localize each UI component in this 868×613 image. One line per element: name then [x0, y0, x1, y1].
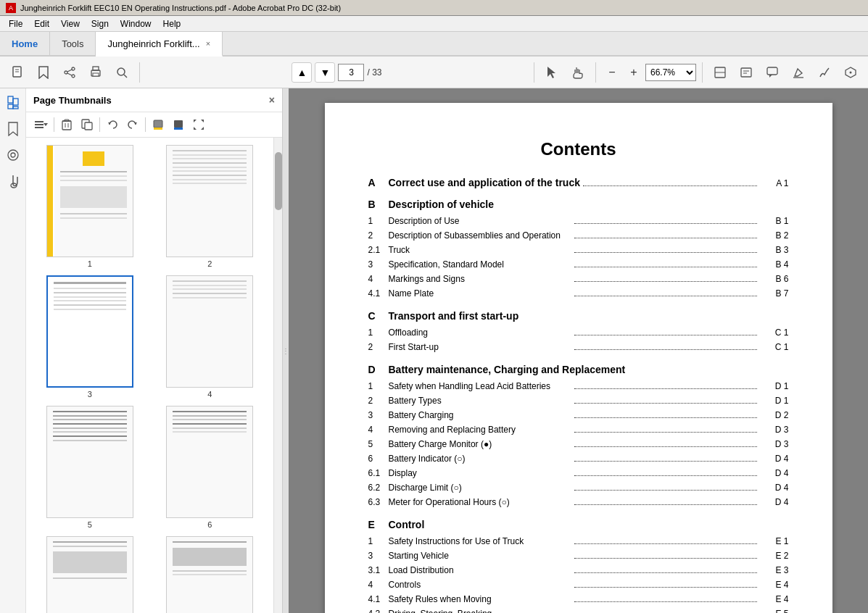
comment-btn[interactable]: [761, 61, 784, 84]
svg-marker-3: [39, 67, 48, 78]
next-page-btn[interactable]: ▼: [315, 62, 335, 83]
thumbnail-3[interactable]: 3: [33, 275, 146, 399]
svg-point-12: [117, 68, 125, 75]
tab-tools[interactable]: Tools: [50, 32, 96, 55]
resize-handle[interactable]: ⋮: [283, 88, 289, 613]
form-btn[interactable]: [735, 61, 758, 84]
page-input[interactable]: [338, 64, 364, 81]
toc-row: 2Description of Subassemblies and Operat…: [368, 229, 789, 242]
thumbnails-close-btn[interactable]: ×: [269, 94, 275, 106]
separator-1: [139, 62, 140, 83]
svg-point-31: [11, 153, 15, 157]
svg-rect-37: [62, 121, 71, 130]
tab-document[interactable]: Jungheinrich Forklift... ×: [96, 32, 223, 57]
nav-section: ▲ ▼ / 33: [292, 62, 381, 83]
thumbnail-5[interactable]: 5: [33, 406, 146, 529]
thumbnail-2[interactable]: 2: [154, 145, 267, 268]
thumbnails-grid: 1: [26, 138, 273, 613]
fit-page-btn[interactable]: [708, 61, 732, 84]
toc-row: 3Battery ChargingD 2: [368, 409, 789, 422]
thumbnail-4[interactable]: 4: [154, 275, 267, 399]
new-document-btn[interactable]: [6, 61, 29, 84]
menu-file[interactable]: File: [3, 17, 28, 30]
more-tools-btn[interactable]: [839, 61, 862, 84]
zoom-out-btn[interactable]: −: [602, 62, 622, 83]
svg-rect-47: [154, 128, 162, 130]
thumb-label-3: 3: [88, 390, 92, 399]
sidebar-icon-attach[interactable]: [4, 172, 22, 190]
toc-letter-B: B: [368, 199, 389, 210]
svg-line-7: [67, 70, 72, 72]
sidebar-icon-tools[interactable]: [4, 146, 22, 164]
toc-row: 6.1DisplayD 4: [368, 467, 789, 480]
toc-letter-A: A: [368, 177, 389, 188]
sidebar-icon-pages[interactable]: [4, 94, 22, 112]
menubar: File Edit View Sign Window Help: [0, 16, 868, 32]
svg-line-13: [124, 75, 127, 78]
hand-tool-btn[interactable]: [566, 61, 590, 84]
toc-row: 4.1Safety Rules when MovingE 4: [368, 593, 789, 606]
svg-marker-36: [44, 123, 48, 126]
tab-close-btn[interactable]: ×: [206, 39, 210, 48]
thumb-rotate-ccw-btn[interactable]: [103, 115, 122, 134]
menu-window[interactable]: Window: [115, 17, 157, 30]
separator-3: [595, 62, 596, 83]
sidebar-icon-bookmarks[interactable]: [4, 120, 22, 138]
prev-page-btn[interactable]: ▲: [292, 62, 312, 83]
svg-marker-14: [547, 67, 555, 78]
tab-document-label: Jungheinrich Forklift...: [107, 38, 199, 49]
svg-marker-50: [194, 120, 197, 122]
pdf-content-area[interactable]: Contents A Correct use and application o…: [289, 88, 868, 613]
thumb-menu-btn[interactable]: [32, 115, 51, 134]
thumb-sep-3: [145, 117, 146, 132]
menu-help[interactable]: Help: [157, 17, 187, 30]
bookmark-btn[interactable]: [32, 61, 55, 84]
toc-title: Contents: [368, 139, 789, 159]
thumb-label-5: 5: [88, 520, 92, 529]
toc-section-C: C Transport and first start-up: [368, 310, 789, 322]
svg-marker-52: [194, 127, 197, 130]
toc-row: 1Safety when Handling Lead Acid Batterie…: [368, 380, 789, 393]
menu-view[interactable]: View: [55, 17, 86, 30]
share-btn[interactable]: [58, 61, 81, 84]
thumbnails-title: Page Thumbnails: [33, 95, 112, 106]
separator-2: [534, 62, 534, 83]
thumb-delete-btn[interactable]: [57, 115, 76, 134]
thumbnail-6[interactable]: 6: [154, 406, 267, 529]
svg-rect-11: [93, 73, 99, 76]
sidebar-icons: [0, 88, 26, 613]
print-btn[interactable]: [84, 61, 107, 84]
thumb-bg-color-btn[interactable]: [149, 115, 168, 134]
toc-row: 4Removing and Replacing BatteryD 3: [368, 423, 789, 436]
toc-row: 6.3Meter for Operational Hours (○)D 4: [368, 496, 789, 509]
svg-line-8: [67, 73, 72, 75]
thumbnails-scrollbar[interactable]: [273, 138, 282, 613]
tab-home[interactable]: Home: [0, 32, 50, 55]
thumb-extract-btn[interactable]: [78, 115, 96, 134]
svg-point-30: [8, 150, 18, 160]
menu-edit[interactable]: Edit: [28, 17, 55, 30]
search-btn[interactable]: [110, 61, 133, 84]
scroll-thumb[interactable]: [275, 152, 282, 210]
thumb-rotate-cw-btn[interactable]: [123, 115, 142, 134]
tab-tools-label: Tools: [62, 38, 83, 49]
thumbnail-7[interactable]: 7: [33, 536, 146, 613]
svg-rect-39: [65, 120, 69, 121]
thumb-label-2: 2: [207, 259, 212, 268]
select-tool-btn[interactable]: [540, 61, 563, 84]
svg-rect-43: [85, 122, 92, 130]
thumb-expand-btn[interactable]: [189, 115, 208, 134]
toc-section-A: A Correct use and application of the tru…: [368, 177, 789, 188]
thumb-highlight-color-btn[interactable]: [169, 115, 188, 134]
menu-sign[interactable]: Sign: [86, 17, 115, 30]
tabbar: Home Tools Jungheinrich Forklift... ×: [0, 32, 868, 57]
thumbnail-8[interactable]: 8: [154, 536, 267, 613]
svg-marker-51: [201, 120, 204, 122]
thumbnail-1[interactable]: 1: [33, 145, 146, 268]
thumb-label-4: 4: [207, 390, 212, 399]
svg-rect-17: [741, 68, 751, 77]
zoom-dropdown[interactable]: 66.7% 50% 75% 100% 125%: [645, 64, 696, 81]
sign-btn[interactable]: [813, 61, 836, 84]
zoom-in-btn[interactable]: +: [624, 62, 644, 83]
highlight-btn[interactable]: [787, 61, 810, 84]
